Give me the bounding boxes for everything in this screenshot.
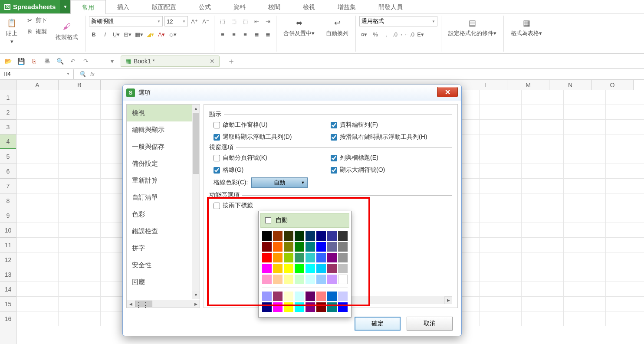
dialog-close-button[interactable]: ✕: [437, 87, 458, 97]
color-swatch[interactable]: [273, 242, 283, 252]
checkbox-input[interactable]: [214, 155, 220, 161]
cell[interactable]: [16, 208, 59, 223]
currency-icon[interactable]: ¤▾: [359, 29, 369, 39]
cell[interactable]: [16, 105, 59, 120]
cell[interactable]: [16, 149, 59, 164]
sidebar-item[interactable]: 拼字: [127, 240, 192, 257]
decrease-indent-icon[interactable]: ⇤: [252, 16, 261, 26]
col-header[interactable]: B: [59, 80, 101, 90]
tab-layout[interactable]: 版面配置: [141, 0, 187, 14]
color-swatch[interactable]: [262, 292, 272, 301]
italic-button[interactable]: I: [100, 29, 110, 39]
sidebar-item[interactable]: 檢視: [127, 105, 192, 121]
new-tab-button[interactable]: ＋: [224, 56, 239, 66]
cell[interactable]: [564, 223, 606, 238]
row-header[interactable]: 11: [0, 238, 16, 252]
cell[interactable]: [480, 90, 522, 105]
row-header[interactable]: 13: [0, 267, 16, 282]
color-swatch[interactable]: [327, 253, 337, 262]
cell[interactable]: [480, 282, 522, 297]
cell[interactable]: [480, 252, 522, 267]
cell[interactable]: [564, 267, 606, 282]
checkbox-option[interactable]: 按兩下標籤: [214, 202, 313, 210]
cell[interactable]: [606, 267, 644, 282]
cell[interactable]: [59, 208, 101, 223]
checkbox-input[interactable]: [214, 167, 220, 174]
sidebar-item[interactable]: 回應: [127, 274, 192, 291]
color-swatch[interactable]: [284, 292, 293, 301]
color-swatch[interactable]: [306, 264, 315, 273]
tab-developer[interactable]: 開發人員: [367, 0, 414, 14]
copy-button[interactable]: ⎘複製: [24, 27, 49, 36]
cell[interactable]: [564, 164, 606, 179]
cell[interactable]: [59, 297, 101, 311]
format-as-table-button[interactable]: ▦ 格式為表格▾: [507, 16, 545, 39]
col-header[interactable]: A: [16, 80, 59, 90]
cell[interactable]: [606, 179, 644, 193]
tab-home[interactable]: 常用: [70, 0, 106, 14]
cell[interactable]: [16, 120, 59, 134]
sidebar-item[interactable]: 重新計算: [127, 172, 192, 189]
color-swatch[interactable]: [316, 292, 326, 301]
underline-button[interactable]: U▾: [112, 29, 121, 39]
cell[interactable]: [564, 120, 606, 134]
color-swatch[interactable]: [262, 253, 272, 262]
checkbox-option[interactable]: 按滑鼠右鍵時顯示浮動工具列(H): [331, 133, 430, 141]
distribute-icon[interactable]: ≣: [263, 29, 273, 39]
cell[interactable]: [16, 164, 59, 179]
color-swatch[interactable]: [316, 231, 326, 241]
scroll-thumb[interactable]: ⋮⋮: [135, 301, 152, 307]
cell[interactable]: [16, 193, 59, 208]
tab-insert[interactable]: 插入: [106, 0, 141, 14]
cell[interactable]: [59, 120, 101, 134]
checkbox-input[interactable]: [331, 155, 337, 161]
comma-icon[interactable]: ,: [382, 29, 391, 39]
color-swatch[interactable]: [273, 302, 283, 312]
cell[interactable]: [16, 297, 59, 311]
cell[interactable]: [59, 90, 101, 105]
checkbox-input[interactable]: [214, 134, 220, 141]
sidebar-item[interactable]: 自訂清單: [127, 189, 192, 206]
color-swatch[interactable]: [262, 275, 272, 284]
sidebar-vscroll[interactable]: ▲ ▼: [192, 105, 200, 299]
save-icon[interactable]: 💾: [16, 57, 25, 66]
cell[interactable]: [606, 208, 644, 223]
palette-auto-option[interactable]: 自動: [260, 213, 349, 228]
color-swatch[interactable]: [306, 253, 315, 262]
print-icon[interactable]: 🖶: [43, 57, 51, 66]
cell[interactable]: [480, 267, 522, 282]
cell[interactable]: [522, 120, 564, 134]
cell[interactable]: [16, 282, 59, 297]
color-swatch[interactable]: [295, 231, 304, 241]
font-size-select[interactable]: 12▼: [164, 16, 188, 26]
sidebar-hscroll[interactable]: ◀ ⋮⋮ ▶: [127, 300, 200, 308]
cell[interactable]: [16, 134, 59, 149]
color-swatch[interactable]: [284, 242, 293, 252]
color-swatch[interactable]: [338, 275, 348, 284]
cell[interactable]: [59, 105, 101, 120]
cell[interactable]: [480, 149, 522, 164]
row-header[interactable]: 14: [0, 282, 16, 297]
cell[interactable]: [522, 193, 564, 208]
cell[interactable]: [606, 252, 644, 267]
increase-indent-icon[interactable]: ⇥: [263, 16, 273, 26]
dropdown-icon[interactable]: ▾: [108, 57, 116, 66]
cell[interactable]: [564, 179, 606, 193]
cell[interactable]: [522, 238, 564, 252]
row-header[interactable]: 7: [0, 179, 16, 193]
col-header[interactable]: M: [507, 80, 549, 90]
wrap-text-button[interactable]: ↩ 自動換列: [322, 16, 352, 39]
cell[interactable]: [480, 164, 522, 179]
cell[interactable]: [16, 252, 59, 267]
color-swatch[interactable]: [262, 231, 272, 241]
scroll-left-icon[interactable]: ◀: [127, 300, 135, 308]
increase-decimal-icon[interactable]: .0→: [393, 29, 403, 39]
color-swatch[interactable]: [295, 253, 304, 262]
cell[interactable]: [606, 297, 644, 311]
color-swatch[interactable]: [338, 242, 348, 252]
cell[interactable]: [480, 120, 522, 134]
cell[interactable]: [59, 193, 101, 208]
color-swatch[interactable]: [316, 275, 326, 284]
fill-color-button[interactable]: ◢▾: [145, 29, 155, 39]
cell[interactable]: [606, 90, 644, 105]
